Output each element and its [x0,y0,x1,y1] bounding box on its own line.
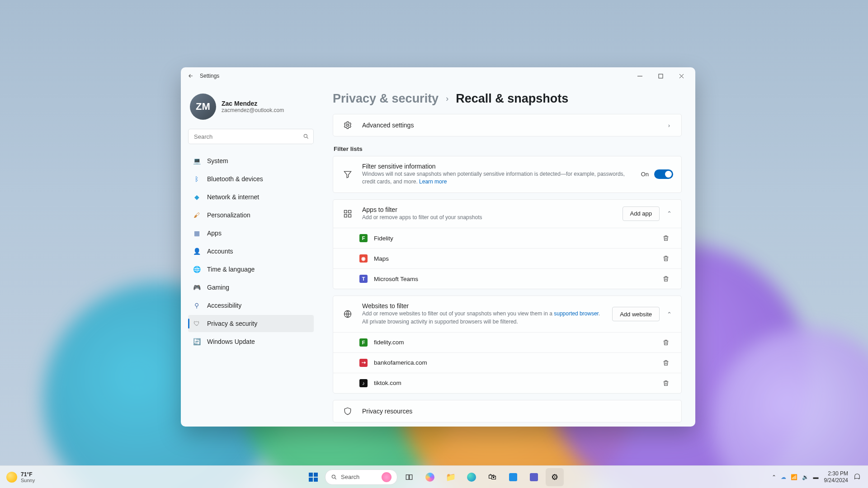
store-button[interactable]: 🛍 [483,468,501,486]
learn-more-link[interactable]: Learn more [419,178,447,185]
supported-browser-link[interactable]: supported browser [554,310,599,317]
back-button[interactable] [184,70,197,82]
sidebar-item-label: Gaming [207,284,229,291]
advanced-settings-row[interactable]: Advanced settings › [333,114,682,136]
delete-button[interactable] [662,359,673,366]
app-icon: F [359,234,368,242]
apps-filter-card: Apps to filter Add or remove apps to fil… [333,199,682,289]
sidebar-item-label: Time & language [207,266,255,273]
notifications-icon[interactable] [854,474,861,481]
teams-button[interactable] [525,468,543,486]
sidebar-item-label: Apps [207,230,222,237]
filter-sensitive-toggle[interactable] [654,169,673,179]
task-view-button[interactable] [400,468,418,486]
sidebar: ZM Zac Mendez zacmendez@outlook.com 💻Sys… [181,84,321,427]
app-icon: ◉ [359,254,368,263]
chevron-up-icon[interactable]: ⌃ [665,210,673,217]
website-icon: ♪ [359,379,368,387]
svg-point-12 [332,475,335,478]
sidebar-item-accessibility[interactable]: ⚲Accessibility [188,297,314,314]
breadcrumb-parent[interactable]: Privacy & security [333,92,439,106]
task-view-icon [405,473,413,481]
copilot-button[interactable] [421,468,439,486]
sidebar-item-network[interactable]: ◆Network & internet [188,188,314,206]
explorer-button[interactable]: 📁 [442,468,460,486]
sidebar-item-label: Bluetooth & devices [207,175,263,183]
sidebar-item-accounts[interactable]: 👤Accounts [188,243,314,260]
sidebar-item-personalization[interactable]: 🖌Personalization [188,206,314,224]
volume-icon[interactable]: 🔉 [802,474,809,480]
start-button[interactable] [304,468,322,486]
chevron-up-icon[interactable]: ⌃ [665,311,673,318]
gaming-icon: 🎮 [193,283,201,291]
privacy-resources-card[interactable]: Privacy resources [333,400,682,422]
personalization-icon: 🖌 [193,211,201,219]
sidebar-item-apps[interactable]: ▦Apps [188,225,314,242]
time-icon: 🌐 [193,265,201,273]
battery-icon[interactable]: ▬ [813,474,819,480]
website-icon: F [359,338,368,347]
titlebar: Settings [181,67,695,84]
add-app-button[interactable]: Add app [623,206,660,221]
profile-email: zacmendez@outlook.com [222,107,284,113]
sidebar-item-time[interactable]: 🌐Time & language [188,261,314,278]
svg-rect-3 [344,210,347,213]
close-button[interactable] [671,69,692,83]
nav: 💻SystemᛒBluetooth & devices◆Network & in… [188,152,314,350]
sidebar-item-system[interactable]: 💻System [188,152,314,169]
add-website-button[interactable]: Add website [612,307,660,321]
svg-point-2 [347,124,349,127]
settings-window: Settings ZM Zac Mendez zacmendez@outlook… [181,67,695,427]
edge-button[interactable] [462,468,481,486]
websites-filter-desc: Add or remove websites to filter out of … [362,310,604,326]
svg-rect-9 [314,473,318,477]
search-icon [303,133,309,140]
network-icon: ◆ [193,193,201,201]
sidebar-item-gaming[interactable]: 🎮Gaming [188,279,314,296]
update-icon: 🔄 [193,338,201,346]
teams-icon [530,473,538,481]
accounts-icon: 👤 [193,247,201,255]
app-row: T Microsoft Teams [333,268,681,289]
website-name: fidelity.com [374,339,656,346]
clock[interactable]: 2:30 PM 9/24/2024 [824,470,848,484]
settings-taskbar-button[interactable]: ⚙ [546,468,564,486]
weather-temp: 71°F [21,471,35,478]
delete-button[interactable] [662,275,673,282]
app-name: Fidelity [374,235,656,242]
sidebar-item-label: Windows Update [207,338,255,345]
app-row: ◉ Maps [333,248,681,268]
onedrive-icon[interactable]: ☁ [781,474,786,480]
app-icon: T [359,275,368,283]
folder-icon: 📁 [446,472,456,482]
taskbar-weather[interactable]: 71°F Sunny [0,471,190,483]
taskbar-search[interactable]: Search [325,469,397,485]
breadcrumb: Privacy & security › Recall & snapshots [333,92,684,106]
maximize-button[interactable] [650,69,671,83]
sidebar-item-update[interactable]: 🔄Windows Update [188,333,314,350]
sidebar-item-bluetooth[interactable]: ᛒBluetooth & devices [188,170,314,188]
website-row: ♪ tiktok.com [333,373,681,393]
delete-button[interactable] [662,255,673,262]
gear-icon: ⚙ [551,472,558,482]
app-name: Microsoft Teams [374,276,656,282]
wifi-icon[interactable]: 📶 [791,474,797,480]
delete-button[interactable] [662,339,673,346]
page-title: Recall & snapshots [456,92,568,106]
search-input[interactable] [188,129,314,144]
sidebar-item-label: Personalization [207,211,250,219]
sidebar-item-privacy[interactable]: 🛡Privacy & security [188,315,314,332]
privacy-resources-title: Privacy resources [362,408,673,415]
tray-expand-icon[interactable]: ⌃ [772,474,776,480]
profile[interactable]: ZM Zac Mendez zacmendez@outlook.com [188,90,314,127]
advanced-settings-label: Advanced settings [362,122,657,129]
delete-button[interactable] [662,380,673,387]
delete-button[interactable] [662,235,673,242]
outlook-button[interactable] [504,468,522,486]
minimize-button[interactable] [629,69,650,83]
accessibility-icon: ⚲ [193,301,201,310]
apps-icon [341,209,354,218]
filter-sensitive-desc: Windows will not save snapshots when pot… [362,170,633,186]
search-wrap [188,129,314,144]
avatar: ZM [190,94,216,120]
